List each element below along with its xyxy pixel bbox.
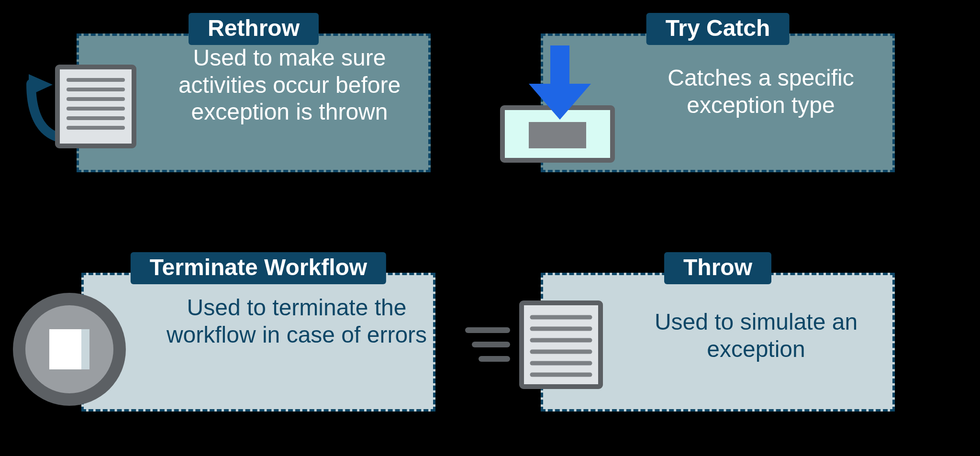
card-throw: Throw Used to simulate an exception	[541, 273, 895, 412]
trycatch-icon	[481, 41, 624, 165]
rethrow-icon	[12, 50, 141, 156]
terminate-icon	[10, 289, 129, 409]
card-terminate-title: Terminate Workflow	[131, 252, 386, 284]
svg-rect-10	[550, 45, 569, 86]
card-trycatch-title: Try Catch	[646, 13, 790, 45]
card-trycatch-body: Catches a specific exception type	[634, 65, 888, 119]
card-terminate: Terminate Workflow Used to terminate the…	[81, 273, 435, 412]
card-rethrow: Rethrow Used to make sure activities occ…	[77, 33, 431, 172]
diagram-canvas: Rethrow Used to make sure activities occ…	[0, 0, 980, 456]
card-throw-title: Throw	[664, 252, 771, 284]
card-rethrow-title: Rethrow	[189, 13, 319, 45]
svg-rect-15	[81, 329, 89, 369]
svg-rect-9	[529, 122, 586, 148]
card-trycatch: Try Catch Catches a specific exception t…	[541, 33, 895, 172]
throw-icon	[459, 294, 612, 395]
card-rethrow-body: Used to make sure activities occur befor…	[156, 44, 423, 126]
card-throw-body: Used to simulate an exception	[624, 309, 888, 363]
svg-marker-0	[29, 74, 53, 96]
card-terminate-body: Used to terminate the workflow in case o…	[165, 294, 428, 348]
